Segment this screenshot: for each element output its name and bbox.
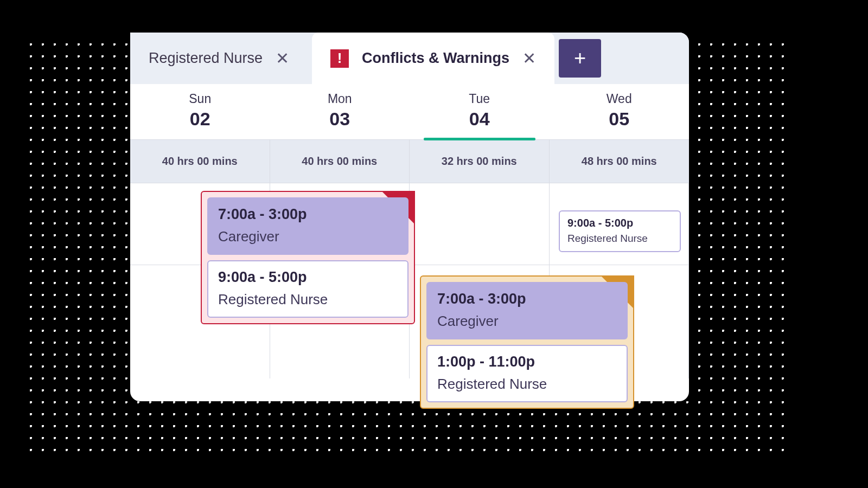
alert-icon: !	[330, 49, 349, 68]
hours-cell: 40 hrs 00 mins	[270, 140, 410, 183]
hours-cell: 48 hrs 00 mins	[550, 140, 690, 183]
shift-card[interactable]: 1:00p - 11:00p Registered Nurse	[426, 345, 628, 402]
day-header-sun[interactable]: Sun 02	[130, 84, 270, 139]
day-header-wed[interactable]: Wed 05	[550, 84, 690, 139]
day-header-tue[interactable]: Tue 04	[410, 84, 550, 139]
day-number: 02	[130, 108, 270, 130]
add-tab-button[interactable]: +	[559, 39, 601, 78]
tab-label: Conflicts & Warnings	[362, 50, 509, 67]
day-name: Mon	[270, 92, 410, 106]
shift-role: Caregiver	[437, 313, 617, 330]
shift-time: 7:00a - 3:00p	[437, 291, 617, 307]
shift-time: 9:00a - 5:00p	[567, 217, 672, 229]
day-name: Wed	[550, 92, 690, 106]
shift-card[interactable]: 7:00a - 3:00p Caregiver	[207, 197, 409, 255]
day-number: 04	[410, 108, 550, 130]
shift-card[interactable]: 9:00a - 5:00p Registered Nurse	[559, 210, 681, 252]
day-number: 03	[270, 108, 410, 130]
tab-label: Registered Nurse	[149, 50, 263, 67]
day-name: Sun	[130, 92, 270, 106]
hours-summary-row: 40 hrs 00 mins 40 hrs 00 mins 32 hrs 00 …	[130, 140, 689, 183]
hours-cell: 32 hrs 00 mins	[410, 140, 550, 183]
conflict-group-warning[interactable]: ! 7:00a - 3:00p Caregiver 1:00p - 11:00p…	[420, 275, 634, 409]
tab-bar: Registered Nurse ✕ ! Conflicts & Warning…	[130, 33, 689, 84]
shift-role: Registered Nurse	[218, 291, 398, 308]
tab-registered-nurse[interactable]: Registered Nurse ✕	[130, 33, 308, 84]
plus-icon: +	[574, 47, 586, 70]
tab-conflicts-warnings[interactable]: ! Conflicts & Warnings ✕	[312, 33, 554, 84]
shift-card[interactable]: 9:00a - 5:00p Registered Nurse	[207, 260, 409, 318]
conflict-group-error[interactable]: ! 7:00a - 3:00p Caregiver 9:00a - 5:00p …	[201, 191, 415, 324]
shift-time: 1:00p - 11:00p	[437, 354, 617, 370]
close-icon[interactable]: ✕	[276, 50, 289, 67]
shift-time: 7:00a - 3:00p	[218, 206, 398, 223]
mask	[0, 455, 868, 488]
today-indicator	[424, 138, 535, 140]
mask	[792, 0, 868, 488]
shift-role: Registered Nurse	[567, 233, 672, 245]
day-number: 05	[550, 108, 690, 130]
close-icon[interactable]: ✕	[522, 50, 536, 67]
schedule-panel: Registered Nurse ✕ ! Conflicts & Warning…	[130, 33, 689, 401]
schedule-body: ! 7:00a - 3:00p Caregiver 9:00a - 5:00p …	[130, 183, 689, 378]
day-name: Tue	[410, 92, 550, 106]
day-header-mon[interactable]: Mon 03	[270, 84, 410, 139]
shift-time: 9:00a - 5:00p	[218, 269, 398, 286]
shift-card[interactable]: 7:00a - 3:00p Caregiver	[426, 282, 628, 339]
shift-role: Registered Nurse	[437, 376, 617, 393]
row-divider	[550, 265, 689, 265]
hours-cell: 40 hrs 00 mins	[130, 140, 270, 183]
mask	[0, 0, 22, 488]
shift-role: Caregiver	[218, 228, 398, 245]
row-divider	[410, 265, 549, 265]
day-header-row: Sun 02 Mon 03 Tue 04 Wed 05	[130, 84, 689, 140]
